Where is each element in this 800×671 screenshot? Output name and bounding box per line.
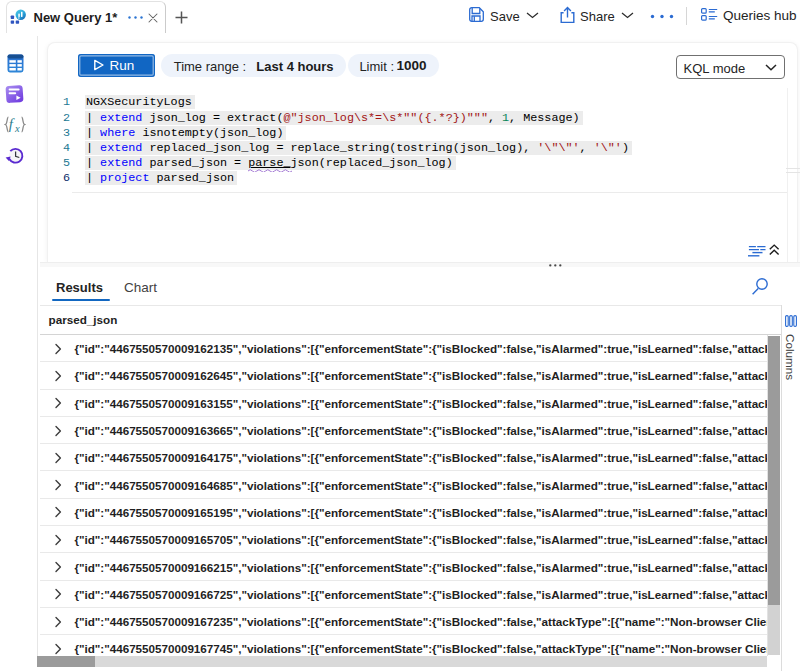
svg-text:x: x [14,123,20,134]
svg-text:f: f [9,116,15,132]
